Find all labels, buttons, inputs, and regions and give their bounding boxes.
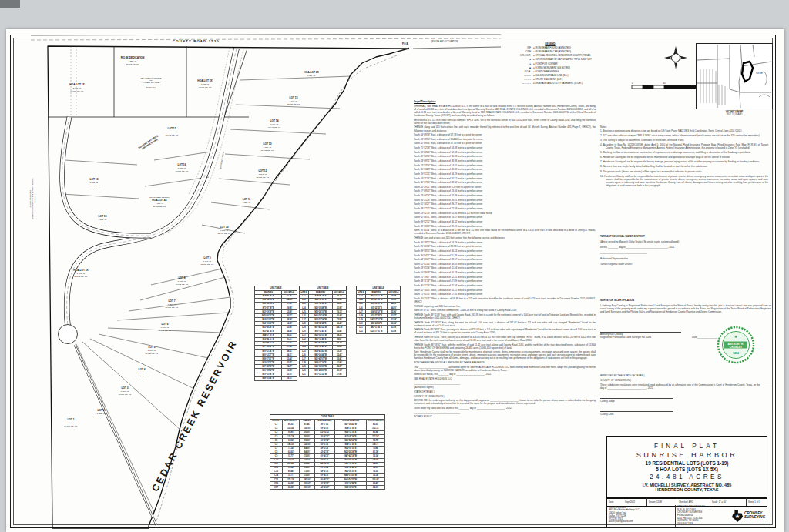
- legal-description-line: South 36°17′45″ West, a distance of 28.5…: [414, 181, 596, 184]
- title-survey-abstract: I.V. MICHELLI SURVEY, ABSTRACT NO. 485: [607, 483, 767, 487]
- water-district-line: TARRANT REGIONAL WATER DISTRICT: [600, 236, 768, 239]
- street-row-label: 60′ PRIVATE R.O.W.: [220, 151, 225, 169]
- legal-description-paragraphs: WHEREAS, SBK REAL ESTATE HOLDINGS LLC, i…: [414, 105, 596, 418]
- lot-label: HOA-LOT 5X 1.198 AC 52,185 SQ. FT.: [73, 269, 89, 278]
- legal-description-line: South 30°54′11″ West, a distance of 51.7…: [414, 254, 596, 257]
- lot-label: LOT 7 0.850 AC 37,026 SQ. FT.: [166, 299, 179, 309]
- svg-text:LOT 2: LOT 2: [97, 409, 104, 412]
- county-clerk-signature: County Clerk: [600, 411, 771, 416]
- lot-label: LOT 17 0.998 AC 43,473 SQ. FT.: [166, 127, 179, 136]
- svg-text:TEXAS NEW WAVE COVE: TEXAS NEW WAVE COVE: [141, 77, 162, 79]
- title-hoa-lots: 5 HOA LOTS (LOTS 1X-5X): [607, 467, 767, 472]
- title-final-plat: FINAL PLAT: [607, 443, 767, 450]
- svg-text:LOT 4: LOT 4: [138, 368, 145, 371]
- legend-definition: = UTILITY EASEMENT (U.E.): [533, 79, 605, 82]
- legal-description-line: South 72°06′19″ West, a distance of 29.1…: [414, 225, 596, 228]
- legal-description-line: South 44°11′56″ West, a distance of 34.5…: [414, 177, 596, 180]
- svg-text:LOT 13: LOT 13: [264, 142, 272, 146]
- legend-items: IRF = IRON REBAR FOUND (AS NOTED) CIRF =…: [495, 47, 605, 85]
- legend-item: ■ = FOUND MONUMENT (AS NOTED): [495, 67, 605, 70]
- county-road-north-edge: [31, 34, 501, 35]
- svg-text:HOA-LOT 5X: HOA-LOT 5X: [73, 269, 89, 272]
- vicinity-map-subcaption: (NOT TO SCALE): [696, 113, 773, 115]
- notes-items: 1. Bearings, coordinates and distances c…: [600, 130, 768, 188]
- road-diagonal-label: SUNRISE BAY DRIVE (PRIVATE ROAD): [138, 134, 160, 152]
- svg-text:37,462 SQ. FT.: 37,462 SQ. FT.: [261, 149, 274, 152]
- svg-text:DRAINAGE EASEMENT: DRAINAGE EASEMENT: [149, 196, 170, 198]
- svg-text:38,464 SQ. FT.: 38,464 SQ. FT.: [218, 233, 231, 235]
- legal-description-line: Given under my hand and seal of office t…: [414, 407, 596, 410]
- note-item: 1. Bearings, coordinates and distances c…: [600, 130, 768, 133]
- legal-description-line: That ______________________, authorized …: [414, 366, 596, 372]
- legal-description-line: South 21°20′32″ East, a distance of 82.5…: [414, 245, 596, 248]
- line-table-2: LINE TABLE LINE # BEARING DISTANCE L21S7…: [299, 286, 347, 377]
- note-item: 3. This survey is subject to easements, …: [600, 139, 768, 142]
- legal-description-line: South 42°09′08″ East, a distance of 37.3…: [414, 142, 596, 145]
- easement-dashes-hoa1x: [71, 46, 76, 117]
- center-tract-label: TEXAS NEW WAVE COVE HOA CALLED 1.192 ACR…: [141, 77, 162, 88]
- lot-label: HOA-LOT 2X 0.988 AC 43,037 SQ. FT.: [197, 79, 213, 89]
- table-row: L41S71°12′32″W27.80′: [300, 373, 347, 376]
- texas-star-icon: ★: [730, 509, 744, 523]
- approval-line: These subdivision regulations were intro…: [600, 383, 771, 390]
- legal-description-line: South 50°59′48″ West, a distance of 40.1…: [414, 271, 596, 274]
- legend-definition: = IRON REBAR W/ CAP (AS NOTED): [533, 51, 605, 54]
- svg-text:LOT 6: LOT 6: [161, 323, 168, 326]
- legal-description-line: South 26°25′28″ West, a distance of 49.8…: [414, 199, 596, 202]
- svg-text:HOA-LOT 3X: HOA-LOT 3X: [304, 71, 319, 74]
- lot-label: LOT 14 0.940 AC 40,946 SQ. FT.: [268, 119, 281, 129]
- county-road-centerline: [31, 38, 501, 40]
- legal-description-line: ____________________________________: [414, 382, 596, 385]
- lot-label: LOT 13 0.860 AC 37,462 SQ. FT.: [261, 142, 274, 152]
- svg-text:40,206 SQ. FT.: 40,206 SQ. FT.: [176, 170, 189, 172]
- surveyor-seal: ANTHONY R. CROWLEY 5494 ★: [715, 324, 757, 366]
- legal-description-line: STATE OF TEXAS ): [414, 390, 596, 393]
- svg-text:LOT 11: LOT 11: [243, 198, 251, 201]
- legend-item: ——— = BUILDING SETBACK LINE (B.L.): [495, 75, 605, 78]
- legal-description-line: South 71°12′58″ West, a distance of 24.8…: [414, 146, 596, 149]
- svg-text:52,185 SQ. FT.: 52,185 SQ. FT.: [75, 276, 88, 278]
- legal-description-line: THENCE North 87°48′20″ East, along the w…: [414, 321, 596, 327]
- vicinity-map-drawing: SITE: [696, 43, 773, 109]
- approval-block: APPROVED BY THE: STATE OF TEXAS )COUNTY …: [600, 374, 771, 416]
- crowley-surveying-logo: ★ CROWLEY SURVEYING: [730, 506, 765, 526]
- svg-text:94,002 SQ. FT.: 94,002 SQ. FT.: [71, 90, 84, 92]
- svg-text:LOT 7: LOT 7: [168, 299, 175, 303]
- legend-item: P.O.B. = POINT OF BEGINNING: [495, 71, 605, 74]
- legal-description-line: South 63°08′50″ East, a distance of 104.…: [414, 138, 596, 141]
- legend-symbol: ■: [495, 67, 533, 70]
- svg-text:31,320 SQ. FT.: 31,320 SQ. FT.: [146, 353, 159, 355]
- legal-description-line: South 23°42′13″ West, a distance of 55.0…: [414, 212, 596, 215]
- svg-text:LOT 14: LOT 14: [270, 119, 279, 122]
- svg-text:0: 0: [632, 82, 633, 85]
- water-district-line: Tarrant Regional Water District: [600, 263, 768, 266]
- lot-label: HOA-LOT 1X 2.158 AC 94,002 SQ. FT.: [69, 83, 85, 92]
- legend-definition: = FOUND MONUMENT (AS NOTED): [533, 67, 605, 70]
- svg-text:CROWLEY: CROWLEY: [730, 346, 743, 349]
- title-county-state: HENDERSON COUNTY, TEXAS: [607, 487, 767, 492]
- note-item: 5. Blocking the flow of storm water or c…: [600, 152, 768, 155]
- legend-symbol: — – — –: [495, 82, 533, 85]
- water-district-line: (Article served by Monarch Utility Distr…: [600, 241, 768, 244]
- lot-label: LOT 3 0.954 AC 41,556 SQ. FT.: [119, 386, 132, 396]
- legal-description-line: NOTARY PUBLIC: [414, 415, 596, 418]
- lot-label: LOT 16 0.923 AC 40,206 SQ. FT.: [176, 163, 189, 172]
- approval-line: COUNTY OF HENDERSON ): [600, 379, 771, 382]
- approval-line: APPROVED BY THE: STATE OF TEXAS ): [600, 374, 771, 377]
- note-item: 7. Henderson County will not be responsi…: [600, 161, 768, 164]
- legal-description-line: South 43°05′16″ West, a distance of 41.0…: [414, 266, 596, 269]
- svg-text:40,772 SQ. FT.: 40,772 SQ. FT.: [176, 283, 189, 286]
- curve-table: CURVE TABLE CURVE # ARC LENGTH RADIUS DE…: [270, 414, 385, 490]
- svg-text:43,473 SQ. FT.: 43,473 SQ. FT.: [166, 134, 179, 136]
- surveyor-certification-heading: SURVEYOR’S CERTIFICATION: [600, 299, 771, 302]
- legend-definition: = 1/2″ IRON REBAR W/ CAP STAMPED “RPLS 5…: [533, 59, 605, 62]
- county-road-south-edge: [413, 47, 501, 49]
- svg-text:LOT 8: LOT 8: [178, 276, 185, 279]
- legend-heading: LEGEND: [495, 42, 605, 45]
- lot-label: LOT 12 0.890 AC 38,768 SQ. FT.: [257, 169, 270, 179]
- legal-description-line: South 40°15′01″ West, a distance of 56.4…: [414, 297, 596, 303]
- legal-description-line: South 37°46′24″ West, a distance of 27.8…: [414, 194, 596, 197]
- logo-wordmark: CROWLEY SURVEYING: [744, 512, 765, 520]
- legend-definition: = IRON REBAR FOUND (AS NOTED): [533, 47, 605, 50]
- legend-symbol: CIRF: [495, 51, 533, 54]
